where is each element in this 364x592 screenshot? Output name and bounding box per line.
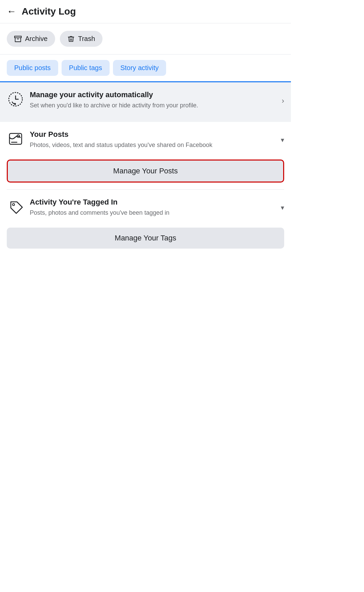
manage-activity-title: Manage your activity automatically	[30, 90, 276, 99]
your-posts-content: Your Posts Photos, videos, text and stat…	[30, 130, 275, 149]
manage-activity-section[interactable]: Manage your activity automatically Set w…	[0, 82, 291, 118]
page-title: Activity Log	[22, 6, 76, 17]
tab-public-tags[interactable]: Public tags	[62, 60, 110, 76]
back-button[interactable]: ←	[7, 6, 16, 17]
your-posts-section: Your Posts Photos, videos, text and stat…	[0, 122, 291, 156]
your-posts-description: Photos, videos, text and status updates …	[30, 141, 275, 149]
tagged-in-content: Activity You're Tagged In Posts, photos …	[30, 198, 275, 217]
manage-posts-button[interactable]: Manage Your Posts	[7, 160, 284, 183]
svg-point-6	[13, 204, 15, 206]
manage-activity-description: Set when you'd like to archive or hide a…	[30, 101, 276, 110]
tagged-in-title: Activity You're Tagged In	[30, 198, 275, 207]
tagged-in-section: Activity You're Tagged In Posts, photos …	[0, 190, 291, 224]
manage-tags-button-container: Manage Your Tags	[0, 224, 291, 255]
section-divider-1	[0, 118, 291, 122]
trash-button[interactable]: Trash	[60, 31, 103, 47]
your-posts-title: Your Posts	[30, 130, 275, 139]
filter-tabs-row: Public posts Public tags Story activity	[0, 55, 291, 82]
trash-label: Trash	[78, 35, 95, 43]
tagged-in-chevron-icon: ▾	[281, 204, 284, 212]
action-buttons-row: Archive Trash	[0, 23, 291, 55]
manage-activity-content: Manage your activity automatically Set w…	[30, 90, 276, 110]
tab-public-posts[interactable]: Public posts	[7, 60, 58, 76]
trash-icon	[67, 35, 75, 43]
manage-activity-chevron-icon: ›	[282, 97, 284, 105]
tagged-in-description: Posts, photos and comments you've been t…	[30, 209, 275, 217]
svg-rect-0	[15, 36, 21, 38]
archive-icon	[14, 35, 22, 43]
archive-button[interactable]: Archive	[7, 31, 55, 47]
your-posts-chevron-icon: ▾	[281, 136, 284, 144]
manage-posts-button-container: Manage Your Posts	[0, 156, 291, 189]
tab-story-activity[interactable]: Story activity	[113, 60, 166, 76]
tag-icon	[7, 198, 24, 215]
header: ← Activity Log	[0, 0, 291, 23]
posts-icon	[7, 130, 24, 148]
archive-label: Archive	[25, 35, 48, 43]
manage-tags-button[interactable]: Manage Your Tags	[7, 228, 284, 249]
manage-activity-icon	[7, 90, 24, 108]
